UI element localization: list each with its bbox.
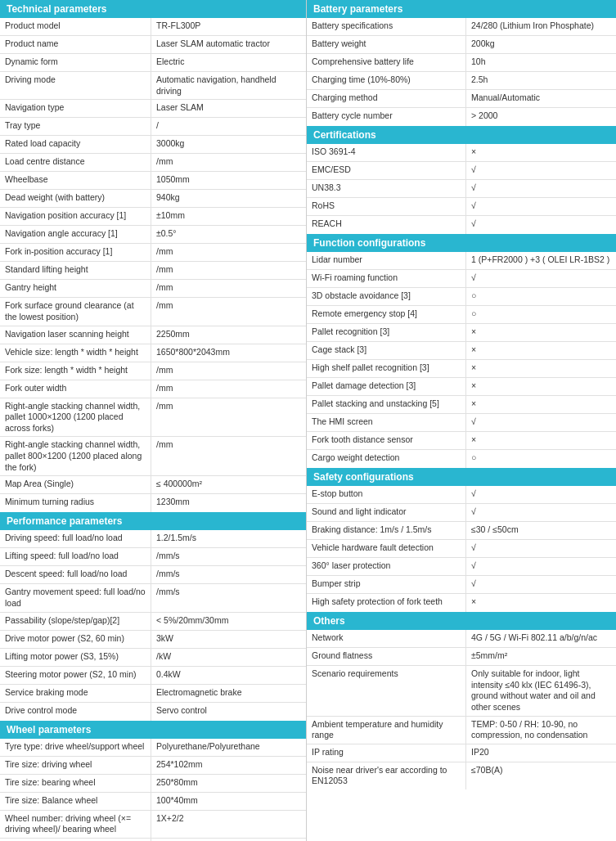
param-value: √ [466, 540, 616, 557]
param-label: Fork outer width [0, 380, 151, 398]
param-label: Cage stack [3] [307, 342, 466, 359]
param-value: Laser SLAM automatic tractor [151, 36, 306, 53]
param-value: Electric [151, 54, 306, 71]
section-function-configurations: Function configurationsLidar number1 (P+… [307, 234, 616, 468]
param-label: Rated load capacity [0, 136, 151, 153]
table-row: Wi-Fi roaming function√ [307, 270, 616, 288]
param-label: Tray type [0, 118, 151, 135]
param-value: 1650*800*2043mm [151, 344, 306, 362]
param-label: Remote emergency stop [4] [307, 306, 466, 323]
param-value: √ [466, 198, 616, 215]
param-label: Tire size: Balance wheel [0, 793, 151, 810]
param-value: Servo control [151, 703, 306, 721]
table-row: Vehicle size: length * width * height165… [0, 344, 306, 362]
param-value: TR-FL300P [151, 18, 306, 35]
param-label: Charging method [307, 90, 466, 107]
main-container: Technical parametersProduct modelTR-FL30… [0, 0, 616, 841]
param-value: √ [466, 162, 616, 179]
param-label: High safety protection of fork teeth [307, 594, 466, 612]
param-value: × [466, 342, 616, 359]
param-value: 100*40mm [151, 793, 306, 810]
left-column: Technical parametersProduct modelTR-FL30… [0, 0, 307, 841]
section-others: OthersNetwork4G / 5G / Wi-Fi 802.11 a/b/… [307, 612, 616, 789]
table-row: Tire size: driving wheel254*102mm [0, 757, 306, 775]
table-row: Rated load capacity3000kg [0, 136, 306, 154]
param-label: RoHS [307, 198, 466, 215]
param-label: Dead weight (with battery) [0, 190, 151, 207]
param-value: ○ [466, 306, 616, 323]
param-label: Map Area (Single) [0, 476, 151, 493]
param-label: Drive motor power (S2, 60 min) [0, 631, 151, 648]
table-row: Driving modeAutomatic navigation, handhe… [0, 72, 306, 100]
param-value: 4G / 5G / Wi-Fi 802.11 a/b/g/n/ac [466, 630, 616, 647]
table-row: RoHS√ [307, 198, 616, 216]
param-value: ±5mm/m² [466, 648, 616, 665]
table-row: Pallet recognition [3]× [307, 324, 616, 342]
param-value: 2.5h [466, 72, 616, 89]
table-row: Ground flatness±5mm/m² [307, 648, 616, 666]
param-label: Ground flatness [307, 648, 466, 665]
param-value: /mm/s [151, 566, 306, 583]
table-row: Cage stack [3]× [307, 342, 616, 360]
param-label: Drive control mode [0, 703, 151, 721]
param-value: Automatic navigation, handheld driving [151, 72, 306, 99]
section-technical-parameters: Technical parametersProduct modelTR-FL30… [0, 0, 306, 512]
table-row: Fork in-position accuracy [1]/mm [0, 244, 306, 262]
param-value: /mm/s [151, 548, 306, 565]
param-label: Sound and light indicator [307, 504, 466, 521]
param-value: √ [466, 576, 616, 593]
param-value: ≤ 400000m² [151, 476, 306, 493]
param-value: /kW [151, 649, 306, 666]
param-value: 940kg [151, 190, 306, 207]
table-row: Service braking modeElectromagnetic brak… [0, 685, 306, 703]
table-row: Tyre type: drive wheel/support wheelPoly… [0, 739, 306, 757]
param-label: UN38.3 [307, 180, 466, 197]
table-row: Lidar number1 (P+FR2000 ) +3 ( OLEI LR-1… [307, 252, 616, 270]
section-header: Performance parameters [0, 512, 306, 530]
param-value: √ [466, 414, 616, 431]
param-value: ≤70B(A) [466, 762, 616, 789]
table-row: Drive motor power (S2, 60 min)3kW [0, 631, 306, 649]
param-label: IP rating [307, 744, 466, 762]
table-row: Standard lifting height/mm [0, 262, 306, 280]
param-value: Manual/Automatic [466, 90, 616, 107]
param-label: Tire size: bearing wheel [0, 775, 151, 792]
param-value: √ [466, 504, 616, 521]
param-label: Service braking mode [0, 685, 151, 702]
table-row: Sound and light indicator√ [307, 504, 616, 522]
table-row: Navigation angle accuracy [1]±0.5° [0, 226, 306, 244]
param-label: Tyre type: drive wheel/support wheel [0, 739, 151, 756]
param-value: /mm [151, 280, 306, 297]
param-label: Vehicle hardware fault detection [307, 540, 466, 557]
table-row: Braking distance: 1m/s / 1.5m/s≤30 / ≤50… [307, 522, 616, 540]
param-label: Battery weight [307, 36, 466, 53]
table-row: Bumper strip√ [307, 576, 616, 594]
param-value: 10h [466, 54, 616, 71]
param-label: 360° laser protection [307, 558, 466, 575]
table-row: Right-angle stacking channel width, pall… [0, 398, 306, 438]
param-label: The HMI screen [307, 414, 466, 431]
table-row: Drive control modeServo control [0, 703, 306, 721]
table-row: Noise near driver's ear according to EN1… [307, 762, 616, 789]
table-row: Navigation position accuracy [1]±10mm [0, 208, 306, 226]
param-value: ○ [466, 450, 616, 468]
table-row: Load centre distance/mm [0, 154, 306, 172]
param-value: /mm [151, 362, 306, 380]
param-label: Gantry movement speed: full load/no load [0, 584, 151, 611]
table-row: Comprehensive battery life10h [307, 54, 616, 72]
right-column: Battery parametersBattery specifications… [307, 0, 616, 841]
param-value: 254*102mm [151, 757, 306, 774]
param-label: Navigation angle accuracy [1] [0, 226, 151, 243]
param-label: Wheel number: driving wheel (×= driving … [0, 811, 151, 838]
param-value: /mm [151, 244, 306, 261]
table-row: ISO 3691-4× [307, 144, 616, 162]
param-value: /mm [151, 437, 306, 475]
param-label: 3D obstacle avoidance [3] [307, 288, 466, 305]
section-header: Battery parameters [307, 0, 616, 18]
param-label: Driving mode [0, 72, 151, 99]
table-row: UN38.3√ [307, 180, 616, 198]
param-label: Fork in-position accuracy [1] [0, 244, 151, 261]
param-value: √ [466, 558, 616, 575]
section-header: Wheel parameters [0, 721, 306, 739]
table-row: Product modelTR-FL300P [0, 18, 306, 36]
